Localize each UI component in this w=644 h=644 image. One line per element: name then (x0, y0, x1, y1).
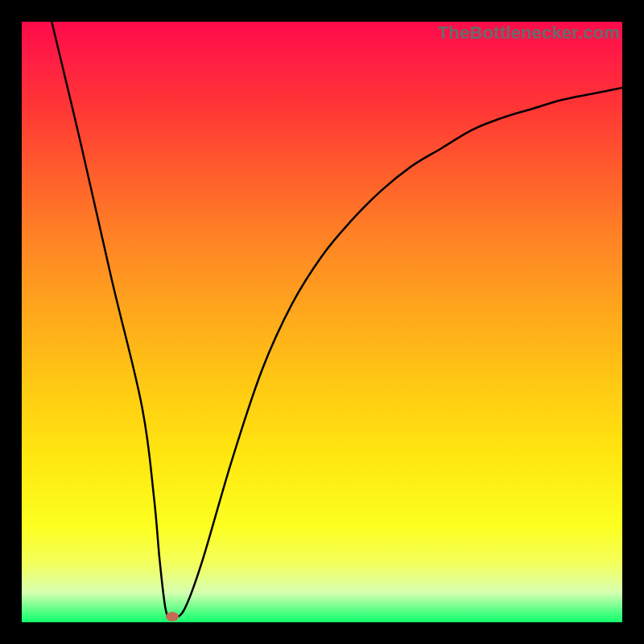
bottleneck-curve (22, 22, 622, 622)
optimum-marker (166, 612, 179, 621)
plot-area: TheBottlenecker.com (22, 22, 622, 622)
chart-frame: TheBottlenecker.com (0, 0, 644, 644)
